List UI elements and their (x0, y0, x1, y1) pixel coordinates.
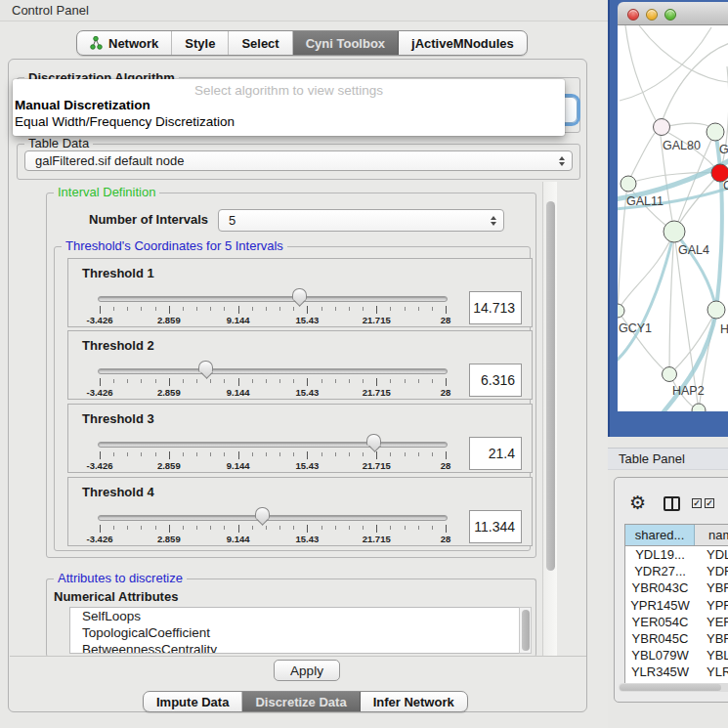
checkbox-icon[interactable]: ✓ (692, 498, 702, 508)
slider-track[interactable] (98, 296, 448, 302)
cell-shared-name[interactable]: YBR043C (625, 580, 695, 595)
threshold-2-slider[interactable]: -3.4262.8599.14415.4321.71528 (98, 361, 448, 398)
attributes-list-scrollbar[interactable] (519, 607, 532, 654)
minimize-traffic-light[interactable] (646, 9, 658, 21)
tab-style[interactable]: Style (172, 31, 229, 55)
tick-label: -3.426 (87, 387, 113, 398)
cell-shared-name[interactable]: YDR27... (625, 564, 695, 578)
table-row[interactable]: YBL079WYBL0 (625, 647, 728, 664)
attribute-list-item[interactable]: SelfLoops (70, 608, 519, 624)
table-row[interactable]: YBR045CYBR0 (625, 630, 728, 647)
checkbox-icon[interactable]: ✓ (705, 498, 714, 508)
threshold-1-value-field[interactable]: 14.713 (469, 291, 522, 324)
slider-thumb[interactable] (198, 361, 213, 372)
network-node[interactable] (618, 304, 624, 318)
threshold-3-slider[interactable]: -3.4262.8599.14415.4321.71528 (98, 434, 448, 471)
network-node[interactable] (664, 221, 685, 242)
tick-mark (169, 525, 170, 533)
numerical-attributes-list[interactable]: SelfLoopsTopologicalCoefficientBetweenne… (69, 607, 519, 654)
slider-track[interactable] (98, 515, 448, 521)
column-header-name[interactable]: name (695, 525, 728, 545)
table-row[interactable]: YLR345WYLR3 (625, 664, 728, 680)
table-horizontal-scrollbar[interactable] (619, 683, 728, 692)
table-body: YDL19...YDL1YDR27...YDR2YBR043CYBR0YPR14… (625, 546, 728, 688)
tab-infer-network[interactable]: Infer Network (361, 692, 467, 711)
apply-button[interactable]: Apply (274, 660, 340, 681)
column-header-shared-name[interactable]: shared... (625, 525, 695, 545)
tab-jactivemnodules[interactable]: jActiveMNodules (399, 31, 527, 55)
cell-name[interactable]: YLR3 (695, 664, 728, 679)
tab-cyni-toolbox[interactable]: Cyni Toolbox (293, 31, 399, 55)
cell-shared-name[interactable]: YPR145W (625, 598, 695, 613)
slider-track[interactable] (98, 442, 448, 448)
columns-icon[interactable] (664, 496, 680, 511)
network-node[interactable] (707, 123, 724, 141)
tab-cyni-toolbox-label: Cyni Toolbox (306, 36, 385, 51)
threshold-1-slider[interactable]: -3.4262.8599.14415.4321.71528 (98, 288, 448, 325)
table-row[interactable]: YER054CYER0 (625, 614, 728, 630)
network-edge[interactable] (625, 25, 660, 128)
algorithm-prompt-item[interactable]: Select algorithm to view settings (13, 79, 565, 97)
table-data-combo[interactable]: galFiltered.sif default node (24, 150, 573, 171)
threshold-2-value-field[interactable]: 6.316 (469, 364, 522, 397)
cell-shared-name[interactable]: YBR045C (625, 631, 695, 646)
threshold-4-value-field[interactable]: 11.344 (469, 510, 522, 543)
threshold-3-value-field[interactable]: 21.4 (469, 437, 522, 470)
zoom-traffic-light[interactable] (664, 9, 676, 21)
settings-scrollbar[interactable] (542, 182, 557, 656)
cell-name[interactable]: YDR2 (695, 564, 728, 578)
algorithm-option-equal-width[interactable]: Equal Width/Frequency Discretization (13, 113, 565, 130)
algorithm-option-manual[interactable]: Manual Discretization (13, 97, 565, 113)
tick-mark (321, 307, 322, 311)
close-traffic-light[interactable] (627, 9, 639, 21)
network-view-canvas[interactable]: GAL80GAL11GAL4GCY1HAP2GCH (618, 25, 728, 411)
cell-shared-name[interactable]: YDL19... (625, 547, 695, 562)
tab-discretize-data[interactable]: Discretize Data (242, 692, 360, 711)
table-row[interactable]: YBR043CYBR0 (625, 579, 728, 596)
number-of-intervals-combo[interactable]: 5 (218, 209, 504, 232)
slider-thumb[interactable] (366, 434, 381, 446)
network-node-label: H (720, 322, 728, 336)
cell-name[interactable]: YDL1 (695, 547, 728, 562)
scrollbar-thumb[interactable] (620, 684, 721, 691)
network-node[interactable] (621, 176, 636, 192)
tab-select[interactable]: Select (229, 31, 292, 55)
cell-name[interactable]: YBL0 (695, 648, 728, 663)
tick-mark (183, 526, 184, 530)
network-node[interactable] (654, 119, 670, 136)
table-row[interactable]: YDR27...YDR2 (625, 563, 728, 579)
network-edge[interactable] (627, 128, 660, 184)
network-edge[interactable] (618, 232, 674, 311)
network-edge[interactable] (639, 25, 728, 82)
cell-shared-name[interactable]: YER054C (625, 615, 695, 629)
slider-thumb[interactable] (255, 507, 270, 519)
network-node[interactable] (692, 404, 706, 411)
network-edge-thick[interactable] (715, 132, 722, 310)
attribute-list-item[interactable]: BetweennessCentrality (70, 641, 519, 654)
cell-shared-name[interactable]: YLR345W (625, 664, 695, 679)
tick-mark (196, 379, 197, 383)
tab-network[interactable]: Network (77, 31, 172, 55)
tick-mark (376, 306, 377, 314)
cell-name[interactable]: YPR1 (695, 598, 728, 613)
network-edge[interactable] (660, 43, 728, 128)
cell-name[interactable]: YBR0 (695, 631, 728, 646)
attribute-list-item[interactable]: TopologicalCoefficient (70, 624, 519, 641)
slider-thumb[interactable] (292, 288, 307, 300)
threshold-4-slider[interactable]: -3.4262.8599.14415.4321.71528 (98, 507, 448, 544)
tick-mark (321, 526, 322, 530)
gear-icon[interactable]: ⚙ (629, 493, 646, 512)
slider-track[interactable] (98, 368, 448, 374)
cell-shared-name[interactable]: YBL079W (625, 648, 695, 663)
scrollbar-thumb[interactable] (546, 201, 555, 571)
tab-impute-data[interactable]: Impute Data (144, 692, 242, 711)
table-row[interactable]: YDL19...YDL1 (625, 546, 728, 563)
cell-name[interactable]: YBR0 (695, 580, 728, 595)
cell-name[interactable]: YER0 (695, 615, 728, 629)
network-node[interactable] (663, 367, 677, 382)
network-window-titlebar[interactable] (618, 2, 728, 25)
scrollbar-thumb[interactable] (522, 610, 530, 651)
network-edge-thick[interactable] (618, 232, 674, 360)
table-row[interactable]: YPR145WYPR1 (625, 597, 728, 614)
network-node[interactable] (707, 301, 725, 319)
